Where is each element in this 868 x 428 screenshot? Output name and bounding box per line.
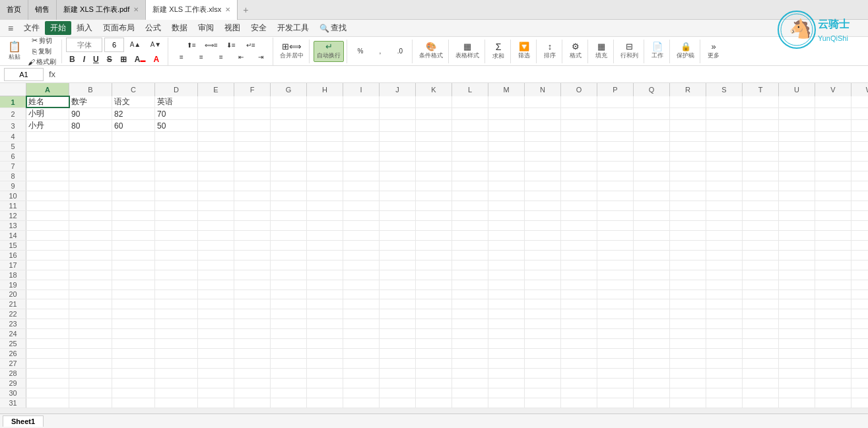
cell-H30[interactable] <box>307 388 343 398</box>
col-header-U[interactable]: U <box>779 83 815 96</box>
cell-W17[interactable] <box>851 260 868 270</box>
cell-A9[interactable] <box>26 181 69 191</box>
cell-R19[interactable] <box>670 280 706 290</box>
cell-N12[interactable] <box>525 211 561 220</box>
cell-W30[interactable] <box>851 388 868 398</box>
cell-E27[interactable] <box>198 359 234 368</box>
cell-C7[interactable] <box>112 162 155 171</box>
row-header-7[interactable]: 7 <box>0 162 26 171</box>
cell-R27[interactable] <box>670 359 706 368</box>
cell-M2[interactable] <box>488 108 525 119</box>
cell-T23[interactable] <box>743 319 779 328</box>
cell-W1[interactable] <box>851 96 868 107</box>
cell-O4[interactable] <box>561 132 597 141</box>
cell-O17[interactable] <box>561 260 597 270</box>
cell-Q1[interactable] <box>634 96 670 107</box>
cell-A18[interactable] <box>26 270 69 280</box>
cell-D30[interactable] <box>155 388 198 398</box>
cell-N21[interactable] <box>525 299 561 309</box>
cell-K19[interactable] <box>416 280 452 290</box>
cell-J15[interactable] <box>380 241 416 250</box>
cell-O27[interactable] <box>561 359 597 368</box>
cell-Q25[interactable] <box>634 339 670 348</box>
cell-G10[interactable] <box>271 191 307 200</box>
cell-V8[interactable] <box>815 171 851 181</box>
cell-K10[interactable] <box>416 191 452 200</box>
cell-S5[interactable] <box>706 142 743 151</box>
cell-D7[interactable] <box>155 162 198 171</box>
cell-W31[interactable] <box>851 398 868 408</box>
cell-H13[interactable] <box>307 221 343 230</box>
cell-P8[interactable] <box>597 171 634 181</box>
cell-H16[interactable] <box>307 251 343 260</box>
cell-S29[interactable] <box>706 379 743 388</box>
cell-R12[interactable] <box>670 211 706 220</box>
cell-C5[interactable] <box>112 142 155 151</box>
cell-I7[interactable] <box>343 162 380 171</box>
cell-T21[interactable] <box>743 299 779 309</box>
cell-I31[interactable] <box>343 398 380 408</box>
cell-H14[interactable] <box>307 231 343 240</box>
cell-O6[interactable] <box>561 152 597 161</box>
cell-F15[interactable] <box>234 241 271 250</box>
cell-G11[interactable] <box>271 201 307 210</box>
strikethrough-button[interactable]: S <box>104 53 116 65</box>
cell-D12[interactable] <box>155 211 198 220</box>
cell-L23[interactable] <box>452 319 488 328</box>
cell-S26[interactable] <box>706 349 743 358</box>
cell-D13[interactable] <box>155 221 198 230</box>
cell-A20[interactable] <box>26 290 69 299</box>
cell-L7[interactable] <box>452 162 488 171</box>
format-painter-button[interactable]: 🖌 格式刷 <box>25 57 59 67</box>
cell-W24[interactable] <box>851 329 868 338</box>
cell-K21[interactable] <box>416 299 452 309</box>
cell-P19[interactable] <box>597 280 634 290</box>
cell-T19[interactable] <box>743 280 779 290</box>
cell-E4[interactable] <box>198 132 234 141</box>
cell-M18[interactable] <box>488 270 525 280</box>
cell-I12[interactable] <box>343 211 380 220</box>
cell-H7[interactable] <box>307 162 343 171</box>
cell-H3[interactable] <box>307 120 343 131</box>
cell-K13[interactable] <box>416 221 452 230</box>
cell-F1[interactable] <box>234 96 271 107</box>
cell-U10[interactable] <box>779 191 815 200</box>
cell-N4[interactable] <box>525 132 561 141</box>
cell-T29[interactable] <box>743 379 779 388</box>
cell-D16[interactable] <box>155 251 198 260</box>
cut-button[interactable]: ✂ 剪切 <box>25 36 59 46</box>
cell-G27[interactable] <box>271 359 307 368</box>
cell-U28[interactable] <box>779 369 815 378</box>
cell-P23[interactable] <box>597 319 634 328</box>
cell-B6[interactable] <box>69 152 112 161</box>
cell-B19[interactable] <box>69 280 112 290</box>
col-header-K[interactable]: K <box>416 83 452 96</box>
cell-D10[interactable] <box>155 191 198 200</box>
cell-E31[interactable] <box>198 398 234 408</box>
cell-S17[interactable] <box>706 260 743 270</box>
cell-M17[interactable] <box>488 260 525 270</box>
cell-B13[interactable] <box>69 221 112 230</box>
cell-O15[interactable] <box>561 241 597 250</box>
col-header-V[interactable]: V <box>815 83 851 96</box>
cell-S8[interactable] <box>706 171 743 181</box>
cell-V23[interactable] <box>815 319 851 328</box>
cell-H12[interactable] <box>307 211 343 220</box>
cell-P18[interactable] <box>597 270 634 280</box>
cell-I4[interactable] <box>343 132 380 141</box>
cell-U31[interactable] <box>779 398 815 408</box>
cell-F6[interactable] <box>234 152 271 161</box>
cell-H24[interactable] <box>307 329 343 338</box>
cell-A2[interactable]: 小明 <box>26 108 69 119</box>
cell-Q22[interactable] <box>634 309 670 319</box>
cell-P28[interactable] <box>597 369 634 378</box>
cell-I10[interactable] <box>343 191 380 200</box>
cell-R26[interactable] <box>670 349 706 358</box>
cell-O19[interactable] <box>561 280 597 290</box>
cell-Q31[interactable] <box>634 398 670 408</box>
cell-W18[interactable] <box>851 270 868 280</box>
cell-R3[interactable] <box>670 120 706 131</box>
cell-O5[interactable] <box>561 142 597 151</box>
cell-K27[interactable] <box>416 359 452 368</box>
cell-O23[interactable] <box>561 319 597 328</box>
